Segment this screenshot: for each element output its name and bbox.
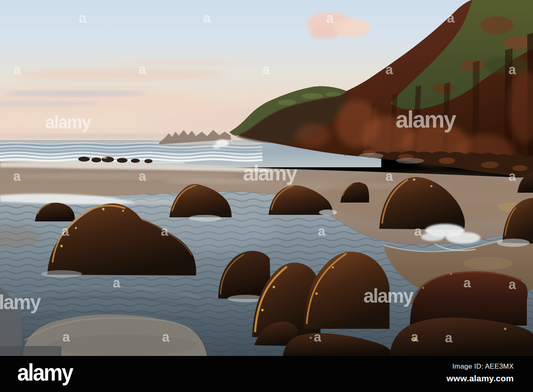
image-id-label: Image ID: AEE3MX [446,362,514,371]
image-meta: Image ID: AEE3MX www.alamy.com [446,362,514,383]
alamy-logo: alamy [17,358,73,386]
beach-scene-graphic [0,0,533,356]
stock-photo-page: alamyalamyalamyalamyalamyaaaaaaaaaaaaaaa… [0,0,533,392]
alamy-website-url: www.alamy.com [446,374,514,383]
beach-photograph: alamyalamyalamyalamyalamyaaaaaaaaaaaaaaa… [0,0,533,356]
alamy-footer-bar: alamy Image ID: AEE3MX www.alamy.com [0,356,533,392]
